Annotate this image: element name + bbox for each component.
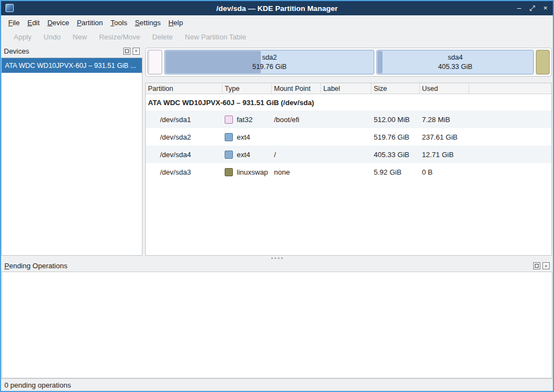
window-controls: – ⤢ × [517,1,547,15]
maximize-icon[interactable]: ⤢ [529,1,535,15]
fs-type-label: fat32 [237,116,253,124]
cell-mount-point: /boot/efi [272,116,321,124]
fs-type-label: ext4 [237,151,250,159]
apply-button[interactable]: Apply [8,31,38,43]
cell-size: 405.33 GiB [372,151,420,159]
partition-segment-sda1[interactable] [147,50,162,74]
column-header-partition[interactable]: Partition [146,83,222,94]
app-icon[interactable] [5,4,14,12]
menu-edit[interactable]: Edit [24,17,43,28]
device-group-row[interactable]: ATA WDC WD10JPVX-60J – 931.51 GiB (/dev/… [146,94,551,111]
devices-panel-title: Devices [4,47,121,55]
partition-table: Partition Type Mount Point Label Size Us… [145,83,552,256]
delete-button[interactable]: Delete [146,31,179,43]
fs-color-swatch [225,133,233,141]
table-row[interactable]: /dev/sda1 fat32 /boot/efi 512.00 MiB 7.2… [146,111,551,128]
fs-type-label: ext4 [237,133,250,141]
pending-float-icon[interactable] [533,262,540,269]
cell-partition: /dev/sda4 [146,151,222,159]
used-space-fill [165,51,261,73]
partition-segment-sda4[interactable]: sda4 405.33 GiB [376,50,534,74]
devices-panel-header: Devices × [1,45,142,56]
cell-partition: /dev/sda2 [146,133,222,141]
kde-partition-manager-window: /dev/sda — KDE Partition Manager – ⤢ × F… [0,0,554,392]
fs-color-swatch [225,151,233,159]
menu-help[interactable]: Help [164,17,187,28]
devices-panel: Devices × ATA WDC WD10JPVX-60J – 931.51 … [1,45,142,256]
cell-partition: /dev/sda1 [146,116,222,124]
column-header-size[interactable]: Size [372,83,420,94]
cell-mount-point: / [272,151,321,159]
cell-size: 5.92 GiB [372,168,420,176]
table-header-row: Partition Type Mount Point Label Size Us… [146,83,551,94]
cell-partition: /dev/sda3 [146,168,222,176]
device-list-item[interactable]: ATA WDC WD10JPVX-60J – 931.51 GiB ... [2,58,142,73]
pending-operations-list [2,272,552,378]
window-title: /dev/sda — KDE Partition Manager [216,4,338,13]
pending-close-icon[interactable]: × [542,262,550,269]
fs-color-swatch [225,116,233,124]
titlebar[interactable]: /dev/sda — KDE Partition Manager – ⤢ × [1,1,553,15]
status-message: 0 pending operations [4,381,71,389]
cell-type: ext4 [222,151,272,159]
partition-segment-label: sda4 405.33 GiB [438,53,473,71]
partition-segment-sda2[interactable]: sda2 519.76 GiB [164,50,374,74]
cell-used: 7.28 MiB [420,116,469,124]
cell-mount-point: none [272,168,321,176]
fs-type-label: linuxswap [237,168,268,176]
partition-bar: sda2 519.76 GiB sda4 405.33 GiB [145,48,552,77]
cell-type: fat32 [222,116,272,124]
column-header-used[interactable]: Used [420,83,469,94]
cell-used: 0 B [420,168,469,176]
resize-move-button[interactable]: Resize/Move [93,31,146,43]
table-row[interactable]: /dev/sda3 linuxswap none 5.92 GiB 0 B [146,163,551,181]
partition-segment-label: sda2 519.76 GiB [252,53,287,71]
device-list: ATA WDC WD10JPVX-60J – 931.51 GiB ... [1,57,142,256]
close-icon[interactable]: × [543,1,547,15]
new-partition-table-button[interactable]: New Partition Table [179,31,252,43]
new-button[interactable]: New [67,31,93,43]
partition-segment-sda3[interactable] [536,50,550,74]
cell-used: 12.71 GiB [420,151,469,159]
undo-button[interactable]: Undo [38,31,67,43]
pending-operations-header: Pending Operations × [1,261,553,271]
column-header-filler [469,83,551,94]
device-detail-panel: sda2 519.76 GiB sda4 405.33 GiB [144,45,553,256]
partition-bar-area: sda2 519.76 GiB sda4 405.33 GiB [144,45,553,78]
menu-device[interactable]: Device [43,17,73,28]
menu-bar: File Edit Device Partition Tools Setting… [1,15,553,30]
status-bar: 0 pending operations [1,378,553,391]
fs-color-swatch [225,168,233,176]
menu-tools[interactable]: Tools [107,17,131,28]
splitter-grip-icon [271,257,283,259]
used-space-fill [378,51,382,73]
cell-used: 237.61 GiB [420,133,469,141]
pending-operations-title: Pending Operations [4,262,531,270]
horizontal-splitter[interactable] [1,256,553,261]
menu-partition[interactable]: Partition [73,17,107,28]
cell-size: 512.00 MiB [372,116,420,124]
menu-file[interactable]: File [4,17,24,28]
column-header-type[interactable]: Type [222,83,272,94]
column-header-label[interactable]: Label [321,83,372,94]
column-header-mount-point[interactable]: Mount Point [272,83,321,94]
toolbar: Apply Undo New Resize/Move Delete New Pa… [1,30,553,44]
menu-settings[interactable]: Settings [131,17,164,28]
main-area: Devices × ATA WDC WD10JPVX-60J – 931.51 … [1,44,553,256]
cell-type: ext4 [222,133,272,141]
minimize-icon[interactable]: – [517,1,521,15]
devices-float-icon[interactable] [123,48,130,55]
cell-type: linuxswap [222,168,272,176]
devices-close-icon[interactable]: × [133,48,140,55]
table-row[interactable]: /dev/sda4 ext4 / 405.33 GiB 12.71 GiB [146,146,551,163]
table-row[interactable]: /dev/sda2 ext4 519.76 GiB 237.61 GiB [146,128,551,146]
cell-size: 519.76 GiB [372,133,420,141]
